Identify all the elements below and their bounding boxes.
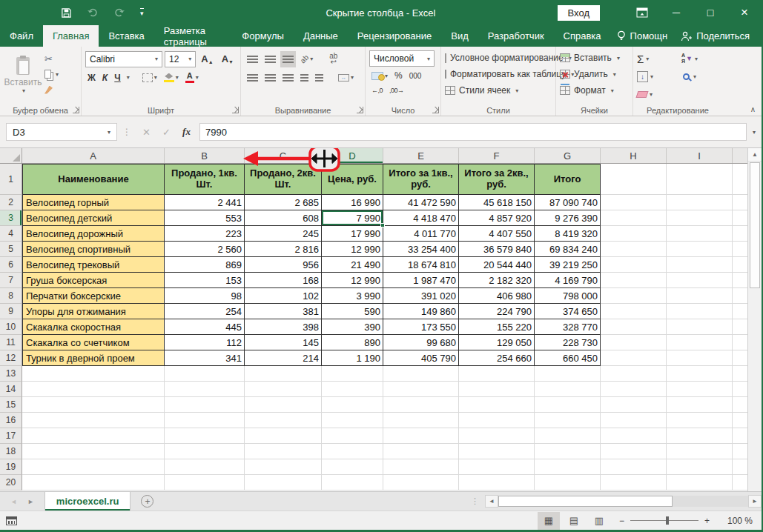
cell-G7[interactable]: 4 169 790 xyxy=(535,273,601,288)
cut-button[interactable]: ✂ xyxy=(42,51,61,66)
cell-I5[interactable] xyxy=(667,242,733,257)
cell-B10[interactable]: 445 xyxy=(165,319,245,335)
cell-B4[interactable]: 223 xyxy=(165,226,245,242)
cell-G17[interactable] xyxy=(535,428,601,444)
cell-D4[interactable]: 17 990 xyxy=(322,226,383,242)
collapse-ribbon-icon[interactable]: ∧ xyxy=(750,105,756,113)
cell-D15[interactable] xyxy=(322,397,383,413)
column-header-partial[interactable] xyxy=(733,148,747,163)
cell-I14[interactable] xyxy=(667,382,733,397)
cell-B12[interactable]: 341 xyxy=(165,350,245,366)
cell-F20[interactable] xyxy=(459,475,535,491)
cell-I20[interactable] xyxy=(667,475,733,491)
cell-x2[interactable] xyxy=(733,195,747,210)
cell-A3[interactable]: Велосипед детский xyxy=(22,210,165,226)
column-header-C[interactable]: C xyxy=(245,148,322,163)
cell-F3[interactable]: 4 857 920 xyxy=(459,210,535,226)
cell-styles-button[interactable]: Стили ячеек▾ xyxy=(445,82,552,99)
cell-E20[interactable] xyxy=(383,475,459,491)
cell-B18[interactable] xyxy=(165,444,245,459)
new-sheet-icon[interactable]: + xyxy=(141,495,153,508)
cell-A13[interactable] xyxy=(22,366,165,382)
cell-F10[interactable]: 155 220 xyxy=(459,319,535,335)
cell-D13[interactable] xyxy=(322,366,383,382)
row-header-13[interactable]: 13 xyxy=(0,366,22,382)
cell-F9[interactable]: 224 790 xyxy=(459,304,535,319)
cell-A11[interactable]: Скакалка со счетчиком xyxy=(22,335,165,350)
cell-B9[interactable]: 254 xyxy=(165,304,245,319)
cell-I8[interactable] xyxy=(667,288,733,304)
name-box[interactable]: D3 ▾ xyxy=(6,123,117,141)
cell-G14[interactable] xyxy=(535,382,601,397)
copy-button[interactable]: ▾ xyxy=(42,67,61,82)
cell-x6[interactable] xyxy=(733,257,747,273)
cell-F11[interactable]: 129 050 xyxy=(459,335,535,350)
cell-A15[interactable] xyxy=(22,397,165,413)
page-break-view-button[interactable]: ▥ xyxy=(588,512,610,530)
row-header-17[interactable]: 17 xyxy=(0,428,22,444)
cell-I2[interactable] xyxy=(667,195,733,210)
cell-x4[interactable] xyxy=(733,226,747,242)
cell-E6[interactable]: 18 674 810 xyxy=(383,257,459,273)
cell-D14[interactable] xyxy=(322,382,383,397)
align-left-button[interactable] xyxy=(245,70,260,86)
font-family-combo[interactable]: Calibri▾ xyxy=(85,51,162,67)
decrease-font-size-button[interactable]: A▼ xyxy=(219,53,237,64)
cell-D2[interactable]: 16 990 xyxy=(322,195,383,210)
row-header-7[interactable]: 7 xyxy=(0,273,22,288)
cell-I15[interactable] xyxy=(667,397,733,413)
zoom-out-icon[interactable]: − xyxy=(619,516,624,526)
row-header-2[interactable]: 2 xyxy=(0,195,22,210)
cell-H17[interactable] xyxy=(601,428,667,444)
row-header-3[interactable]: 3 xyxy=(0,210,22,226)
cell-C7[interactable]: 168 xyxy=(245,273,322,288)
cell-B11[interactable]: 112 xyxy=(165,335,245,350)
horizontal-scrollbar-track[interactable] xyxy=(673,496,748,507)
fill-handle[interactable] xyxy=(380,223,385,227)
cell-I11[interactable] xyxy=(667,335,733,350)
cell-D20[interactable] xyxy=(322,475,383,491)
cell-x20[interactable] xyxy=(733,475,747,491)
cell-F16[interactable] xyxy=(459,413,535,428)
clipboard-dialog-launcher-icon[interactable] xyxy=(73,107,79,113)
hscroll-splitter[interactable]: ⋮ xyxy=(465,496,485,506)
cell-B16[interactable] xyxy=(165,413,245,428)
italic-button[interactable]: К xyxy=(100,70,110,86)
cell-A8[interactable]: Перчатки боксерские xyxy=(22,288,165,304)
cell-C1[interactable]: Продано, 2кв. Шт. xyxy=(245,164,322,195)
insert-function-button[interactable]: fx xyxy=(176,126,196,138)
row-header-8[interactable]: 8 xyxy=(0,288,22,304)
cell-F13[interactable] xyxy=(459,366,535,382)
row-header-5[interactable]: 5 xyxy=(0,242,22,257)
cell-E4[interactable]: 4 011 770 xyxy=(383,226,459,242)
fill-color-button[interactable]: ▾ xyxy=(162,70,181,86)
cell-I12[interactable] xyxy=(667,350,733,366)
cell-H19[interactable] xyxy=(601,459,667,475)
cell-A7[interactable]: Груша боксерская xyxy=(22,273,165,288)
cell-F5[interactable]: 36 579 840 xyxy=(459,242,535,257)
cell-G1[interactable]: Итого xyxy=(535,164,601,195)
cell-G15[interactable] xyxy=(535,397,601,413)
cell-C17[interactable] xyxy=(245,428,322,444)
cell-H11[interactable] xyxy=(601,335,667,350)
autosum-button[interactable]: Σ▾ xyxy=(637,53,674,65)
cell-C13[interactable] xyxy=(245,366,322,382)
cell-E18[interactable] xyxy=(383,444,459,459)
cell-I17[interactable] xyxy=(667,428,733,444)
cell-D17[interactable] xyxy=(322,428,383,444)
cell-G16[interactable] xyxy=(535,413,601,428)
merge-center-button[interactable]: ↔▾ xyxy=(336,70,356,86)
cell-C6[interactable]: 956 xyxy=(245,257,322,273)
cell-H7[interactable] xyxy=(601,273,667,288)
cell-x12[interactable] xyxy=(733,350,747,366)
cell-H3[interactable] xyxy=(601,210,667,226)
expand-formula-bar-icon[interactable]: ▾ xyxy=(747,129,762,136)
column-header-H[interactable]: H xyxy=(601,148,667,163)
close-button[interactable]: × xyxy=(727,0,762,25)
row-header-18[interactable]: 18 xyxy=(0,444,22,459)
cell-E3[interactable]: 4 418 470 xyxy=(383,210,459,226)
cell-F7[interactable]: 2 182 320 xyxy=(459,273,535,288)
fill-button[interactable]: ↓▾ xyxy=(637,71,674,82)
scroll-right-icon[interactable]: ► xyxy=(748,495,762,508)
normal-view-button[interactable]: ▦ xyxy=(538,512,560,530)
